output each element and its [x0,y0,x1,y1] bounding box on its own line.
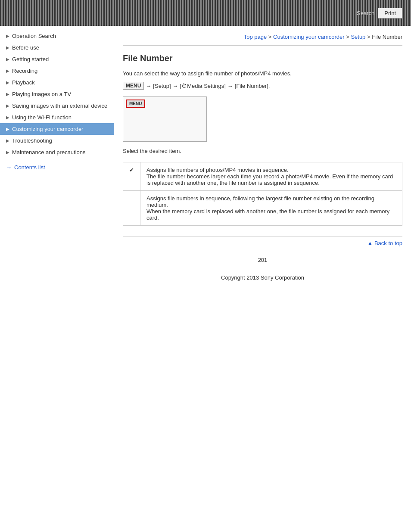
select-text: Select the desired item. [123,148,402,154]
sidebar-item-label: Customizing your camcorder [12,126,109,132]
sidebar-arrow-icon: ▶ [6,103,9,108]
option-text-0: Assigns file numbers of photos/MP4 movie… [140,162,402,191]
search-button[interactable]: Search [357,10,374,16]
page-title: File Number [123,53,402,63]
sidebar-item-label: Troubleshooting [12,137,109,144]
menu-badge: MENU [123,82,144,90]
copyright-text: Copyright 2013 Sony Corporation [123,270,402,289]
main-content: Top page > Customizing your camcorder > … [114,26,411,414]
page-number: 201 [123,250,402,270]
menu-step3: [File Number]. [235,83,270,89]
screenshot-preview: MENU [123,96,207,142]
menu-arrow3: → [227,83,233,89]
breadcrumb-sep3: > [367,34,372,40]
breadcrumb-sep1: > [268,34,273,40]
sidebar-item-label: Saving images with an external device [12,103,109,109]
breadcrumb-top[interactable]: Top page [244,34,267,40]
top-divider [123,45,402,46]
sidebar-item-0[interactable]: ▶Operation Search [0,30,114,42]
sidebar-item-label: Playing images on a TV [12,91,109,97]
menu-path: MENU → [Setup] → [⏱Media Settings] → [Fi… [123,82,402,90]
sidebar-arrow-icon: ▶ [6,115,9,120]
sidebar-item-label: Recording [12,68,109,74]
breadcrumb: Top page > Customizing your camcorder > … [123,30,402,45]
menu-inner-button: MENU [126,100,145,108]
sidebar-item-6[interactable]: ▶Saving images with an external device [0,100,114,112]
breadcrumb-sep2: > [346,34,351,40]
main-layout: ▶Operation Search▶Before use▶Getting sta… [0,26,411,414]
sidebar-arrow-icon: ▶ [6,34,9,38]
header: Search Print [0,0,411,26]
sidebar-arrow-icon: ▶ [6,68,9,73]
option-text-1: Assigns file numbers in sequence, follow… [140,191,402,226]
sidebar-item-7[interactable]: ▶Using the Wi-Fi function [0,112,114,123]
contents-list-label: Contents list [14,164,45,171]
sidebar-item-label: Using the Wi-Fi function [12,114,109,121]
sidebar-arrow-icon: ▶ [6,80,9,85]
sidebar-item-label: Playback [12,79,109,86]
sidebar-arrow-icon: ▶ [6,138,9,143]
sidebar-item-9[interactable]: ▶Troubleshooting [0,135,114,146]
menu-step2: [⏱Media Settings] [180,83,226,89]
option-check-1 [123,191,140,226]
sidebar: ▶Operation Search▶Before use▶Getting sta… [0,26,114,414]
breadcrumb-customizing[interactable]: Customizing your camcorder [273,34,344,40]
sidebar-item-2[interactable]: ▶Getting started [0,53,114,65]
breadcrumb-file-number: File Number [372,34,402,40]
back-to-top-link[interactable]: ▲ Back to top [367,240,402,246]
sidebar-item-1[interactable]: ▶Before use [0,42,114,53]
option-check-0: ✔ [123,162,140,191]
sidebar-item-8[interactable]: ▶Customizing your camcorder [0,123,114,135]
sidebar-item-label: Before use [12,44,109,51]
sidebar-arrow-icon: ▶ [6,127,9,131]
sidebar-item-label: Operation Search [12,33,109,39]
menu-step1: [Setup] [153,83,171,89]
bottom-divider [123,236,402,236]
print-button[interactable]: Print [378,8,402,19]
breadcrumb-setup[interactable]: Setup [351,34,365,40]
sidebar-arrow-icon: ▶ [6,45,9,50]
sidebar-arrow-icon: ▶ [6,57,9,62]
sidebar-arrow-icon: ▶ [6,92,9,96]
option-row-1: Assigns file numbers in sequence, follow… [123,191,402,226]
contents-list-link[interactable]: → Contents list [0,160,114,175]
options-table: ✔Assigns file numbers of photos/MP4 movi… [123,162,402,226]
sidebar-arrow-icon: ▶ [6,150,9,155]
option-row-0: ✔Assigns file numbers of photos/MP4 movi… [123,162,402,191]
bottom-bar: ▲ Back to top [123,240,402,250]
sidebar-item-label: Getting started [12,56,109,62]
sidebar-item-5[interactable]: ▶Playing images on a TV [0,88,114,100]
description-text: You can select the way to assign file nu… [123,70,402,77]
arrow-right-icon: → [6,164,12,171]
sidebar-item-10[interactable]: ▶Maintenance and precautions [0,146,114,158]
menu-arrow2: → [173,83,178,89]
menu-arrow1: → [146,83,151,89]
sidebar-item-4[interactable]: ▶Playback [0,77,114,88]
sidebar-item-3[interactable]: ▶Recording [0,65,114,77]
sidebar-item-label: Maintenance and precautions [12,149,109,156]
